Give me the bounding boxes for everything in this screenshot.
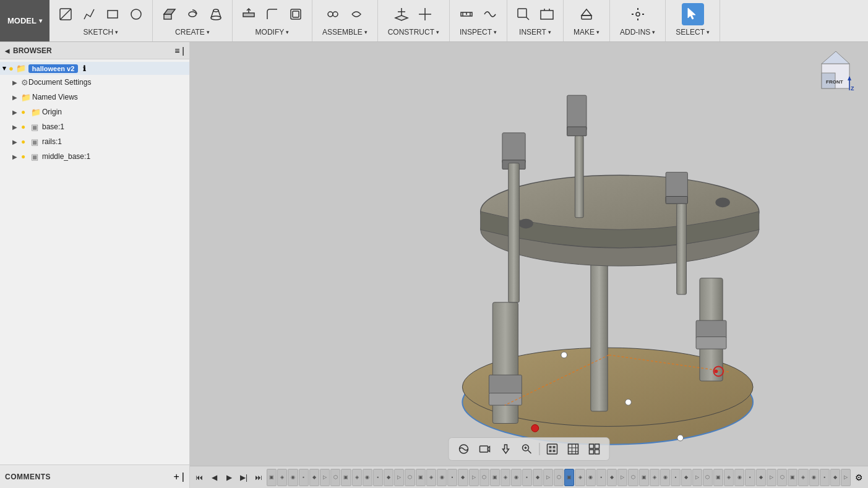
- model-dropdown[interactable]: MODEL ▾: [0, 0, 49, 41]
- root-eye-icon[interactable]: ●: [9, 64, 14, 73]
- timeline-item[interactable]: ▣: [713, 469, 723, 486]
- timeline-item[interactable]: ◉: [734, 469, 744, 486]
- sketch-icon[interactable]: [54, 3, 77, 25]
- timeline-item[interactable]: ⬡: [554, 469, 564, 486]
- loft-icon[interactable]: [205, 3, 227, 25]
- select-icon[interactable]: [682, 3, 704, 25]
- timeline-item[interactable]: ◆: [533, 469, 543, 486]
- timeline-item[interactable]: ◉: [437, 469, 447, 486]
- measure-icon[interactable]: [455, 3, 478, 25]
- insert-decal-icon[interactable]: [512, 3, 535, 25]
- viewport-view-options-icon[interactable]: [586, 440, 603, 458]
- timeline-end-btn[interactable]: ⏭: [252, 471, 265, 484]
- timeline-item[interactable]: ▣: [267, 469, 277, 486]
- timeline-item[interactable]: ⬡: [703, 469, 713, 486]
- comments-add-icon[interactable]: +: [174, 471, 179, 482]
- insert-label-btn[interactable]: INSERT ▾: [514, 25, 556, 39]
- timeline-item[interactable]: ◈: [352, 469, 362, 486]
- assemble-label-btn[interactable]: ASSEMBLE ▾: [317, 25, 372, 39]
- timeline-item[interactable]: ⬡: [405, 469, 415, 486]
- root-info-icon[interactable]: ℹ: [83, 64, 86, 73]
- construct-label-btn[interactable]: CONSTRUCT ▾: [383, 25, 444, 39]
- timeline-item[interactable]: ▪: [373, 469, 383, 486]
- tree-item-document-settings[interactable]: ▶ ⚙ Document Settings: [0, 75, 189, 90]
- timeline-item[interactable]: ◉: [511, 469, 521, 486]
- timeline-item[interactable]: ▣: [341, 469, 351, 486]
- viewport[interactable]: FRONT Z: [190, 42, 868, 466]
- timeline-item[interactable]: ⬡: [479, 469, 489, 486]
- timeline-item[interactable]: ◆: [681, 469, 691, 486]
- timeline-item[interactable]: ▪: [299, 469, 309, 486]
- timeline-item[interactable]: ▷: [767, 469, 776, 486]
- viewport-zoom-icon[interactable]: [518, 440, 536, 458]
- timeline-item[interactable]: ⬡: [777, 469, 787, 486]
- timeline-item[interactable]: ◉: [288, 469, 298, 486]
- timeline-item[interactable]: ◈: [724, 469, 734, 486]
- viewport-orbit-icon[interactable]: [455, 440, 473, 458]
- viewport-grid-icon[interactable]: [565, 440, 582, 458]
- curvature-icon[interactable]: [479, 3, 501, 25]
- browser-settings-icon[interactable]: ≡: [174, 46, 179, 56]
- browser-collapse-icon[interactable]: ◂: [5, 46, 9, 56]
- timeline-item[interactable]: ▣: [490, 469, 500, 486]
- viewport-display-icon[interactable]: [544, 440, 561, 458]
- timeline-item[interactable]: ◈: [426, 469, 436, 486]
- timeline-item[interactable]: ▷: [617, 469, 627, 486]
- timeline-item[interactable]: ◉: [809, 469, 819, 486]
- addins-icon[interactable]: [627, 3, 649, 25]
- make-label-btn[interactable]: MAKE ▾: [569, 25, 604, 39]
- timeline-item[interactable]: ▪: [745, 469, 755, 486]
- timeline-item[interactable]: ⬡: [330, 469, 340, 486]
- 3dprint-icon[interactable]: [575, 3, 598, 25]
- timeline-item[interactable]: ▣: [416, 469, 426, 486]
- comments-collapse-icon[interactable]: |: [182, 471, 184, 482]
- tree-item-base[interactable]: ▶ ● ▣ base:1: [0, 119, 189, 134]
- insert-canvas-icon[interactable]: [536, 3, 558, 25]
- fillet-icon[interactable]: [261, 3, 283, 25]
- timeline-item[interactable]: ▷: [841, 469, 851, 486]
- construct-plane-icon[interactable]: [390, 3, 413, 25]
- revolve-icon[interactable]: [181, 3, 204, 25]
- timeline-item[interactable]: ▪: [671, 469, 681, 486]
- timeline-item[interactable]: ◆: [756, 469, 766, 486]
- timeline-item[interactable]: ◉: [586, 469, 596, 486]
- timeline-item[interactable]: ◆: [830, 469, 840, 486]
- timeline-item[interactable]: ◆: [458, 469, 468, 486]
- construct-axis-icon[interactable]: [414, 3, 436, 25]
- rect-icon[interactable]: [101, 3, 124, 25]
- timeline-prev-btn[interactable]: ◀: [207, 471, 221, 484]
- tree-item-rails[interactable]: ▶ ● ▣ rails:1: [0, 134, 189, 149]
- tree-item-origin[interactable]: ▶ ● 📁 Origin: [0, 105, 189, 119]
- tree-item-middle-base[interactable]: ▶ ● ▣ middle_base:1: [0, 149, 189, 164]
- timeline-item[interactable]: ▷: [692, 469, 702, 486]
- modify-label-btn[interactable]: MODIFY ▾: [251, 25, 294, 39]
- timeline-item[interactable]: ◆: [607, 469, 617, 486]
- circle-icon[interactable]: [125, 3, 147, 25]
- timeline-settings-icon[interactable]: ⚙: [852, 471, 866, 484]
- timeline-item[interactable]: ◈: [501, 469, 510, 486]
- timeline-item[interactable]: ▷: [469, 469, 479, 486]
- viewport-pan-icon[interactable]: [497, 440, 515, 458]
- create-label-btn[interactable]: CREATE ▾: [170, 25, 215, 39]
- timeline-item[interactable]: ▪: [820, 469, 830, 486]
- timeline-item[interactable]: ▣: [639, 469, 649, 486]
- timeline-item[interactable]: ◉: [660, 469, 670, 486]
- motion-icon[interactable]: [345, 3, 367, 25]
- timeline-item[interactable]: ▪: [596, 469, 606, 486]
- timeline-item[interactable]: ▪: [522, 469, 532, 486]
- tree-item-named-views[interactable]: ▶ 📁 Named Views: [0, 90, 189, 105]
- addins-label-btn[interactable]: ADD-INS ▾: [615, 25, 660, 39]
- timeline-item[interactable]: ◈: [650, 469, 660, 486]
- timeline-play-btn[interactable]: ▶: [222, 471, 236, 484]
- extrude-icon[interactable]: [158, 3, 180, 25]
- timeline-item[interactable]: ▣: [564, 469, 574, 486]
- timeline-item[interactable]: ◉: [363, 469, 372, 486]
- timeline-item[interactable]: ▷: [394, 469, 404, 486]
- viewport-camera-icon[interactable]: [476, 440, 494, 458]
- press-pull-icon[interactable]: [238, 3, 260, 25]
- joint-icon[interactable]: [322, 3, 344, 25]
- timeline-item[interactable]: ▪: [447, 469, 457, 486]
- view-cube[interactable]: FRONT Z: [812, 48, 862, 98]
- timeline-item[interactable]: ◈: [277, 469, 287, 486]
- browser-collapse-right-icon[interactable]: |: [182, 46, 184, 56]
